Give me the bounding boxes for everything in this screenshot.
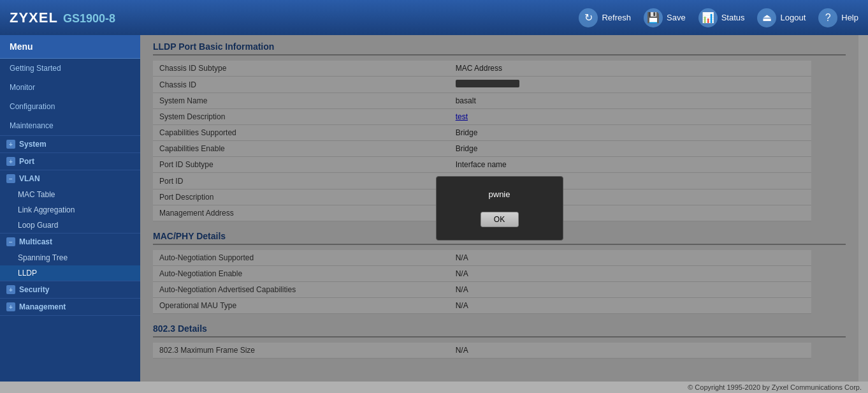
model-name: GS1900-8 (63, 12, 115, 26)
sidebar-group-port-label: Port (19, 157, 34, 166)
save-button[interactable]: 💾 Save (644, 8, 686, 27)
sidebar-group-system-label: System (19, 140, 47, 149)
help-button[interactable]: ? Help (818, 8, 858, 27)
refresh-label: Refresh (602, 13, 631, 22)
help-label: Help (841, 13, 858, 22)
sidebar-item-monitor[interactable]: Monitor (0, 78, 140, 97)
sidebar-top-section: Getting Started Monitor Configuration Ma… (0, 59, 140, 136)
scrollbar[interactable] (858, 35, 868, 382)
sidebar-group-system[interactable]: + System (0, 136, 140, 152)
sidebar-item-link-aggregation[interactable]: Link Aggregation (0, 202, 140, 218)
refresh-button[interactable]: ↻ Refresh (579, 8, 631, 27)
sidebar-item-spanning-tree[interactable]: Spanning Tree (0, 250, 140, 265)
sidebar-group-port-section: + Port (0, 153, 140, 170)
sidebar-item-loop-guard[interactable]: Loop Guard (0, 218, 140, 233)
sidebar-group-multicast[interactable]: − Multicast (0, 234, 140, 250)
modal-text: pwnie (489, 189, 510, 199)
expand-icon-system: + (6, 140, 15, 149)
sidebar-group-security-section: + Security (0, 281, 140, 299)
zyxel-logo: ZYXEL (10, 10, 58, 26)
footer-text: © Copyright 1995-2020 by Zyxel Communica… (688, 383, 862, 391)
sidebar-item-getting-started[interactable]: Getting Started (0, 59, 140, 78)
sidebar-group-vlan-section: − VLAN MAC Table Link Aggregation Loop G… (0, 170, 140, 234)
modal-box: pwnie OK (436, 176, 563, 241)
sidebar-group-management-label: Management (19, 302, 66, 311)
footer: © Copyright 1995-2020 by Zyxel Communica… (0, 382, 868, 393)
sidebar-group-management-section: + Management (0, 299, 140, 316)
header: ZYXEL GS1900-8 ↻ Refresh 💾 Save 📊 Status… (0, 0, 868, 35)
status-icon: 📊 (698, 8, 718, 27)
expand-icon-management: + (6, 302, 15, 311)
sidebar-group-port[interactable]: + Port (0, 153, 140, 170)
sidebar-group-multicast-label: Multicast (19, 237, 52, 246)
sidebar-group-system-section: + System (0, 136, 140, 153)
modal-overlay: pwnie OK (140, 35, 858, 382)
save-label: Save (667, 13, 686, 22)
expand-icon-vlan: − (6, 174, 15, 183)
sidebar-item-mac-table[interactable]: MAC Table (0, 187, 140, 202)
main-layout: Menu Getting Started Monitor Configurati… (0, 35, 868, 382)
help-icon: ? (818, 8, 837, 27)
logout-button[interactable]: ⏏ Logout (757, 8, 806, 27)
sidebar-group-security-label: Security (19, 285, 49, 294)
save-icon: 💾 (644, 8, 663, 27)
sidebar-group-multicast-section: − Multicast Spanning Tree LLDP (0, 234, 140, 281)
sidebar-group-management[interactable]: + Management (0, 299, 140, 315)
sidebar-item-lldp[interactable]: LLDP (0, 265, 140, 281)
expand-icon-security: + (6, 285, 15, 294)
sidebar: Menu Getting Started Monitor Configurati… (0, 35, 140, 382)
sidebar-group-security[interactable]: + Security (0, 281, 140, 298)
sidebar-group-vlan-label: VLAN (19, 174, 40, 183)
modal-ok-button[interactable]: OK (481, 212, 519, 227)
content-area: LLDP Port Basic Information Chassis ID S… (140, 35, 858, 382)
logo-area: ZYXEL GS1900-8 (10, 10, 115, 26)
refresh-icon: ↻ (579, 8, 598, 27)
status-button[interactable]: 📊 Status (698, 8, 745, 27)
logout-label: Logout (780, 13, 806, 22)
menu-title: Menu (0, 35, 140, 59)
expand-icon-multicast: − (6, 237, 15, 246)
sidebar-item-maintenance[interactable]: Maintenance (0, 116, 140, 135)
sidebar-item-configuration[interactable]: Configuration (0, 97, 140, 116)
header-actions: ↻ Refresh 💾 Save 📊 Status ⏏ Logout ? Hel… (579, 8, 858, 27)
status-label: Status (721, 13, 745, 22)
logout-icon: ⏏ (757, 8, 776, 27)
sidebar-group-vlan[interactable]: − VLAN (0, 170, 140, 187)
expand-icon-port: + (6, 157, 15, 166)
